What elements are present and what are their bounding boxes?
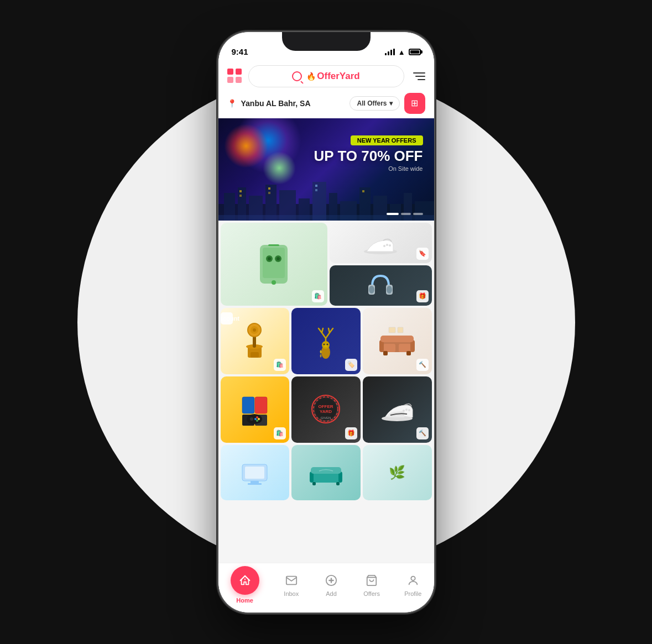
banner-dot-1[interactable] [387,213,399,215]
grid-dot-2 [236,69,242,75]
deer-badge: 🏷️ [345,359,357,371]
location-bar: 📍 Yanbu AL Bahr, SA All Offers ▾ ⊞ [227,93,425,114]
location-text: Yanbu AL Bahr, SA [241,99,346,108]
svg-point-37 [369,286,374,294]
product-sofa[interactable]: 🔨 [363,308,432,374]
svg-point-69 [256,420,258,422]
svg-rect-60 [398,327,403,333]
status-time: 9:41 [232,47,248,56]
product-mixer[interactable]: Discount 🛍️ [221,308,290,374]
profile-icon [405,573,421,588]
nav-profile[interactable]: Profile [404,573,421,597]
svg-point-78 [403,410,405,412]
status-icons: ▲ [385,48,421,56]
svg-text:OFFER: OFFER [318,404,333,409]
battery-icon [409,49,421,55]
product-headphones[interactable]: 🎁 [330,265,431,306]
grid-row-3: 🛍️ OFFER YARD GI [221,376,432,443]
svg-rect-40 [251,352,259,358]
header-top: 🔥OfferYard [227,65,425,87]
firework-2 [224,124,268,168]
home-label: Home [236,597,253,604]
svg-rect-84 [248,483,262,485]
product-bike[interactable]: OFFER YARD GIVEN 🎁 [291,376,361,443]
grid-dot-3 [227,77,233,83]
notch [282,32,371,51]
phone-screen: 9:41 ▲ [218,32,434,612]
nav-add[interactable]: Add [324,573,339,597]
filter-icon: ⊞ [411,98,418,108]
product-shoes2[interactable]: 🔨 [363,376,432,443]
svg-rect-61 [242,397,254,413]
game-badge: 🛍️ [274,427,286,439]
search-icon [292,71,302,81]
inbox-icon [284,573,299,588]
misc-image [221,445,290,500]
menu-line-1 [413,72,425,74]
wifi-icon: ▲ [398,48,405,56]
col-right-1: 🔖 [330,223,431,306]
svg-rect-82 [245,467,264,479]
product-deer[interactable]: 🏷️ [291,308,361,374]
svg-rect-53 [399,344,411,352]
nav-inbox[interactable]: Inbox [284,573,299,597]
svg-rect-85 [311,473,341,483]
svg-rect-19 [315,185,317,187]
svg-point-33 [386,244,388,246]
product-misc[interactable] [221,445,290,500]
svg-rect-26 [268,244,279,246]
phone-frame: 9:41 ▲ [218,32,434,612]
svg-point-49 [327,343,328,345]
headphones-badge: 🎁 [416,290,429,302]
product-game[interactable]: 🛍️ [221,376,290,443]
filter-button[interactable]: ⊞ [404,93,425,114]
shoes2-badge: 🔨 [416,427,429,439]
svg-point-70 [254,418,257,420]
bike-badge: 🎁 [345,427,357,439]
menu-icon[interactable] [410,72,425,80]
banner-dot-3[interactable] [413,213,423,215]
svg-rect-88 [311,467,341,474]
svg-rect-24 [263,248,285,278]
discount-badge: Discount [221,312,233,324]
nav-offers[interactable]: Offers [363,573,380,597]
svg-point-48 [324,343,325,345]
signal-bar-2 [388,51,389,55]
nav-home[interactable]: Home [231,566,259,604]
svg-rect-16 [239,195,242,197]
location-pin-icon: 📍 [227,99,237,108]
banner-dot-2[interactable] [401,213,411,215]
svg-rect-89 [312,482,316,485]
product-sofa2[interactable] [291,445,361,500]
banner-headline: UP TO 70% OFF [314,149,423,163]
grid-icon[interactable] [227,69,243,84]
svg-rect-17 [268,187,270,190]
add-icon [324,573,339,588]
product-extra[interactable]: 🌿 [363,445,432,500]
menu-line-3 [418,79,425,80]
svg-point-67 [256,416,258,418]
grid-row-1: 🛍️ [221,223,432,306]
shoes-badge: 🔖 [416,248,429,260]
svg-rect-15 [239,190,242,192]
inbox-label: Inbox [284,590,299,597]
product-shoes[interactable]: 🔖 [330,223,431,263]
page-wrapper: 9:41 ▲ [0,0,652,644]
grid-dot-1 [227,69,233,75]
banner-subtext: On Site wide [314,165,423,172]
grid-dot-4 [236,77,242,83]
add-label: Add [326,590,337,597]
sofa-badge: 🔨 [416,359,429,371]
offers-filter-button[interactable]: All Offers ▾ [350,96,399,111]
svg-rect-90 [336,482,340,485]
product-grid: 🛍️ [218,221,434,563]
svg-point-32 [383,245,385,247]
banner-text: New Year Offers UP TO 70% OFF On Site wi… [314,135,423,172]
promo-banner[interactable]: New Year Offers UP TO 70% OFF On Site wi… [218,118,434,221]
extra-image: 🌿 [363,445,432,500]
search-bar[interactable]: 🔥OfferYard [248,65,404,87]
svg-point-68 [258,418,260,420]
svg-rect-20 [315,189,317,191]
svg-point-66 [250,417,253,421]
product-phone[interactable]: 🛍️ [221,223,328,306]
